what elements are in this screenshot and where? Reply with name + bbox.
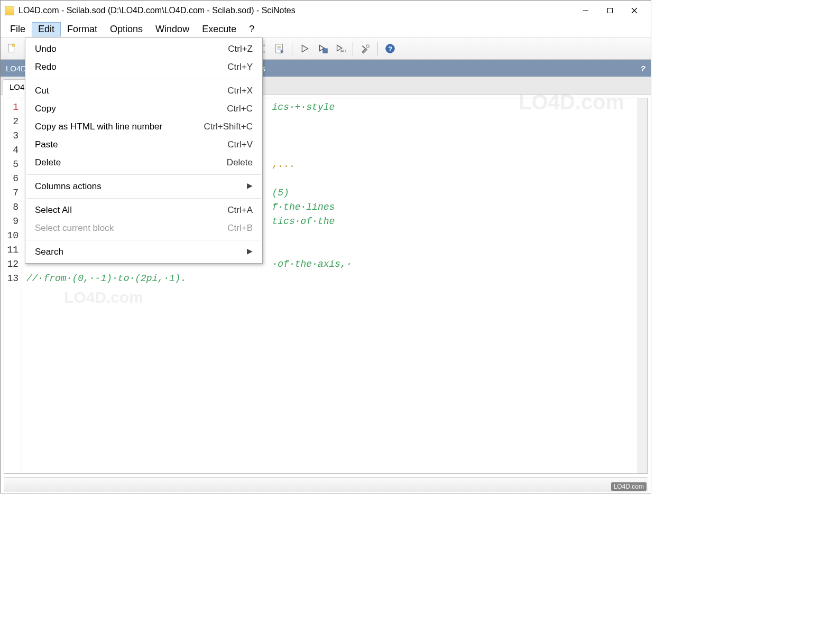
goto-button[interactable] [272,41,288,57]
watermark: LO4D.com [519,90,624,114]
close-icon [631,7,638,14]
goto-icon [274,43,285,54]
menu-separator [26,198,261,199]
menu-item-shortcut: Ctrl+C [227,104,253,114]
titlebar: LO4D.com - Scilab.sod (D:\LO4D.com\LO4D.… [1,1,651,21]
menu-item-redo[interactable]: RedoCtrl+Y [25,58,262,76]
menu-item-undo[interactable]: UndoCtrl+Z [25,40,262,58]
corner-watermark: LO4D.com [611,482,647,491]
window-controls [574,3,647,18]
play-icon [299,43,310,54]
menu-item-shortcut: Ctrl+Y [227,62,253,72]
menu-window[interactable]: Window [149,22,196,36]
menu-item-label: Delete [35,157,227,168]
svg-point-36 [366,45,370,48]
line-number: 12 [4,257,19,272]
execute-all-button[interactable]: ALL [333,41,348,57]
menu-item-label: Cut [35,86,227,96]
line-number: 11 [4,243,19,257]
line-gutter: 12345678910111213 [4,98,22,473]
statusbar [4,477,648,492]
menu-item-label: Search [35,247,247,257]
menu-item-label: Select All [35,205,227,216]
menu-format[interactable]: Format [61,22,104,36]
menu-item-cut[interactable]: CutCtrl+X [25,82,262,100]
line-number: 7 [4,186,19,200]
menu-item-search[interactable]: Search▶ [25,243,262,261]
edit-menu-dropdown: UndoCtrl+ZRedoCtrl+YCutCtrl+XCopyCtrl+CC… [25,38,263,264]
menu-edit[interactable]: Edit [32,22,61,36]
minimize-icon [583,7,589,14]
watermark: LO4D.com [64,288,143,306]
toolbar-separator [353,42,353,55]
menu-item-shortcut: Ctrl+X [227,86,253,96]
execute-button[interactable] [297,41,312,57]
menu-execute[interactable]: Execute [196,22,243,36]
maximize-icon [607,7,613,14]
menu-item-label: Paste [35,139,227,150]
menu-item-select-all[interactable]: Select AllCtrl+A [25,201,262,219]
menu-item-select-current-block: Select current blockCtrl+B [25,219,262,237]
menu-item-shortcut: Delete [227,157,253,168]
help-icon: ? [384,43,396,54]
execute-save-button[interactable] [315,41,330,57]
menubar: FileEditFormatOptionsWindowExecute? [1,21,651,38]
line-number: 6 [4,172,19,186]
preferences-button[interactable] [357,41,373,57]
maximize-button[interactable] [598,3,622,18]
menu-item-shortcut: Ctrl+Z [228,44,253,54]
help-button[interactable]: ? [382,41,398,57]
play-save-icon [317,43,328,54]
menu-separator [26,79,261,79]
menu-separator [26,174,261,175]
minimize-button[interactable] [574,3,598,18]
svg-rect-34 [323,49,327,53]
menu-file[interactable]: File [4,22,32,36]
toolbar-separator [292,42,292,55]
menu-item-label: Copy [35,104,227,114]
line-number: 1 [4,100,19,115]
menu-item-shortcut: Ctrl+Shift+C [204,122,253,132]
menu-item-copy-as-html-with-line-number[interactable]: Copy as HTML with line numberCtrl+Shift+… [25,118,262,136]
line-number: 4 [4,143,19,157]
tools-icon [359,43,371,54]
menu-item-paste[interactable]: PasteCtrl+V [25,136,262,154]
menu-item-label: Undo [35,44,228,54]
menu-item-columns-actions[interactable]: Columns actions▶ [25,178,262,195]
line-number: 13 [4,272,19,286]
menu-item-label: Select current block [35,223,227,234]
svg-text:ALL: ALL [340,49,346,53]
svg-text:?: ? [388,45,392,53]
new-file-icon [6,43,17,54]
line-number: 3 [4,129,19,143]
menu-item-shortcut: Ctrl+V [227,139,253,150]
menu-item-shortcut: Ctrl+A [227,205,253,216]
svg-rect-1 [608,8,613,13]
panel-help-button[interactable]: ? [641,64,645,73]
menu-help[interactable]: ? [243,22,261,36]
window-title: LO4D.com - Scilab.sod (D:\LO4D.com\LO4D.… [19,6,574,15]
toolbar-separator [377,42,378,55]
menu-item-label: Columns actions [35,181,247,192]
menu-item-label: Redo [35,62,227,72]
menu-item-shortcut: Ctrl+B [227,223,253,234]
line-number: 8 [4,200,19,214]
close-button[interactable] [622,3,647,18]
menu-item-delete[interactable]: DeleteDelete [25,154,262,172]
play-all-icon: ALL [335,43,346,54]
svg-point-5 [12,44,15,47]
menu-separator [26,240,261,240]
line-number: 2 [4,115,19,129]
line-number: 9 [4,214,19,229]
submenu-arrow-icon: ▶ [247,181,253,192]
vertical-scrollbar[interactable] [638,98,647,473]
new-file-button[interactable] [4,41,20,57]
svg-line-37 [363,46,365,49]
code-line: //·from·(0,·-1)·to·(2pi,·1). [26,272,633,286]
line-number: 5 [4,157,19,172]
submenu-arrow-icon: ▶ [247,247,253,257]
menu-item-copy[interactable]: CopyCtrl+C [25,100,262,118]
menu-item-label: Copy as HTML with line number [35,122,204,132]
app-icon [5,6,14,15]
menu-options[interactable]: Options [104,22,149,36]
